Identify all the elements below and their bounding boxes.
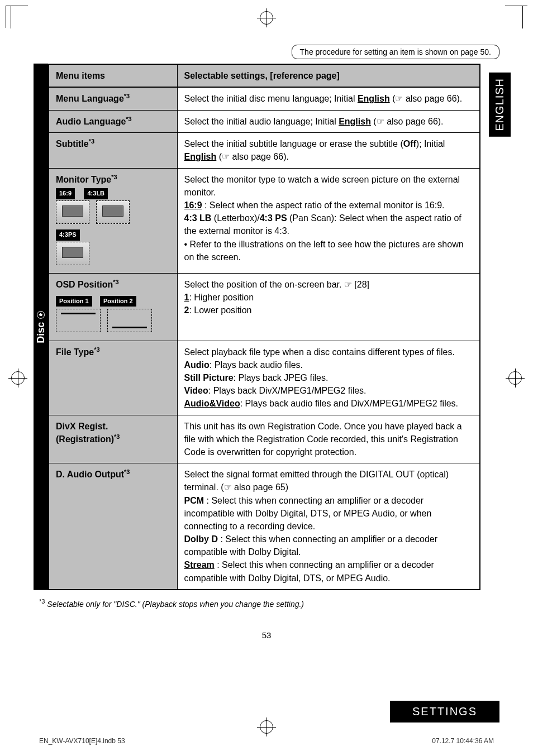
row-value: Select the monitor type to watch a wide …: [177, 168, 480, 273]
text: : Plays back audio files.: [210, 360, 303, 370]
cropmark-tl: [6, 6, 28, 28]
option-dolby-d: Dolby D: [184, 534, 218, 544]
row-key-subtitle: Subtitle*3: [49, 133, 177, 168]
ratio-label-43ps: 4:3PS: [56, 229, 80, 241]
table-row: Audio Language*3 Select the initial audi…: [49, 110, 480, 133]
settings-table: Menu items Selectable settings, [referen…: [48, 64, 480, 590]
label: Menu Language: [56, 94, 124, 104]
registration-mark-top: [260, 11, 273, 25]
row-value: Select the initial subtitle language or …: [177, 133, 480, 168]
position-1-label: Position 1: [56, 296, 92, 307]
initial-value: English: [358, 94, 390, 103]
text: : Plays back audio files and DivX/MPEG1/…: [240, 399, 458, 408]
footnote: *3 Selectable only for "DISC." (Playback…: [39, 598, 499, 609]
table-row: OSD Position*3 Position 1 Position 2 Sel…: [49, 273, 480, 341]
text: : Select when the aspect ratio of the ex…: [202, 200, 445, 210]
row-key-monitor-type: Monitor Type*3 16:9 4:3LB 4:3PS: [49, 168, 177, 273]
position-2-label: Position 2: [100, 296, 136, 307]
row-value: Select the signal format emitted through…: [177, 463, 480, 590]
option-43lb: 4:3 LB: [184, 213, 212, 223]
row-key-divx-regist: DivX Regist. (Registration)*3: [49, 415, 177, 463]
option-audio-video: Audio&Video: [184, 399, 240, 408]
footnote-text: Selectable only for "DISC." (Playback st…: [47, 599, 304, 608]
text: Select playback file type when a disc co…: [184, 347, 455, 357]
position-1-thumb: [56, 309, 101, 332]
table-row: DivX Regist. (Registration)*3 This unit …: [49, 415, 480, 463]
table-row: Subtitle*3 Select the initial subtitle l…: [49, 133, 480, 168]
row-value: Select playback file type when a disc co…: [177, 341, 480, 415]
cropmark-tr: [505, 6, 527, 28]
text: Select the initial disc menu language; I…: [184, 94, 358, 103]
initial-value: English: [339, 117, 371, 126]
label: DivX Regist. (Registration): [56, 422, 114, 444]
label: D. Audio Output: [56, 470, 124, 479]
ratio-label-43lb: 4:3LB: [84, 188, 108, 199]
text: : Plays back JPEG files.: [234, 373, 329, 382]
row-value: Select the initial audio language; Initi…: [177, 110, 480, 133]
registration-mark-left: [11, 371, 25, 385]
text: : Higher position: [189, 293, 254, 302]
footnote-ref: *3: [124, 468, 130, 475]
registration-mark-bottom: [260, 720, 273, 734]
option-stream: Stream: [184, 560, 215, 570]
footnote-ref: *3: [94, 346, 99, 353]
side-label-text: Disc: [35, 322, 47, 343]
text: : Select this when connecting an amplifi…: [184, 496, 432, 531]
text: Select the monitor type to watch a wide …: [184, 175, 460, 197]
option-audio: Audio: [184, 360, 210, 370]
option-video: Video: [184, 386, 208, 395]
initial-value: English: [184, 152, 217, 161]
ratio-label-169: 16:9: [56, 188, 75, 199]
label: Monitor Type: [56, 175, 111, 184]
footnote-ref: *3: [111, 174, 117, 180]
row-key-osd-position: OSD Position*3 Position 1 Position 2: [49, 273, 177, 341]
text: Select the position of the on-screen bar…: [184, 280, 370, 289]
footer-left: EN_KW-AVX710[E]4.indb 53: [39, 737, 125, 745]
text: (Letterbox)/: [211, 213, 259, 223]
footnote-ref: *3: [124, 93, 130, 99]
table-row: Menu Language*3 Select the initial disc …: [49, 87, 480, 110]
disc-icon: [37, 310, 45, 318]
label: File Type: [56, 347, 94, 357]
text: Select the signal format emitted through…: [184, 470, 449, 492]
table-row: File Type*3 Select playback file type wh…: [49, 341, 480, 415]
text: Select the initial subtitle language or …: [184, 139, 403, 149]
option-pcm: PCM: [184, 496, 204, 505]
page-number: 53: [34, 630, 499, 640]
table-row: Monitor Type*3 16:9 4:3LB 4:3PS Select t…: [49, 168, 480, 273]
settings-tab: SETTINGS: [390, 701, 499, 722]
option-still-picture: Still Picture: [184, 373, 234, 382]
position-2-thumb: [107, 309, 152, 332]
label: Subtitle: [56, 140, 89, 149]
table-header-row: Menu items Selectable settings, [referen…: [49, 64, 480, 87]
print-footer: EN_KW-AVX710[E]4.indb 53 07.12.7 10:44:3…: [39, 737, 494, 745]
footnote-ref: *3: [114, 433, 120, 440]
monitor-thumb-169: [56, 200, 89, 224]
procedure-note: The procedure for setting an item is sho…: [292, 45, 499, 59]
section-side-label: Disc: [34, 64, 48, 590]
text: : Plays back DivX/MPEG1/MPEG2 files.: [208, 386, 367, 395]
row-value: Select the position of the on-screen bar…: [177, 273, 480, 341]
monitor-thumb-43ps: [56, 242, 89, 265]
text: Select the initial audio language; Initi…: [184, 117, 339, 126]
monitor-thumb-43lb: [96, 200, 130, 224]
text: (☞ also page 66).: [371, 117, 444, 126]
header-settings: Selectable settings, [reference page]: [177, 64, 480, 87]
bullet-text: • Refer to the illustrations on the left…: [184, 240, 464, 262]
row-key-d-audio-output: D. Audio Output*3: [49, 463, 177, 590]
row-key-menu-language: Menu Language*3: [49, 87, 177, 110]
text: : Lower position: [189, 305, 251, 315]
table-row: D. Audio Output*3 Select the signal form…: [49, 463, 480, 590]
footnote-ref: *3: [89, 138, 94, 145]
text: (☞ also page 66).: [390, 94, 463, 103]
off-label: Off: [403, 139, 416, 149]
registration-mark-right: [508, 371, 522, 385]
footnote-marker: *3: [39, 598, 45, 605]
text: : Select this when connecting an amplifi…: [184, 560, 434, 582]
option-43ps: 4:3 PS: [260, 213, 287, 223]
footer-right: 07.12.7 10:44:36 AM: [432, 737, 494, 745]
footnote-ref: *3: [113, 279, 118, 285]
row-key-file-type: File Type*3: [49, 341, 177, 415]
footnote-ref: *3: [126, 116, 131, 122]
label: Audio Language: [56, 117, 126, 126]
